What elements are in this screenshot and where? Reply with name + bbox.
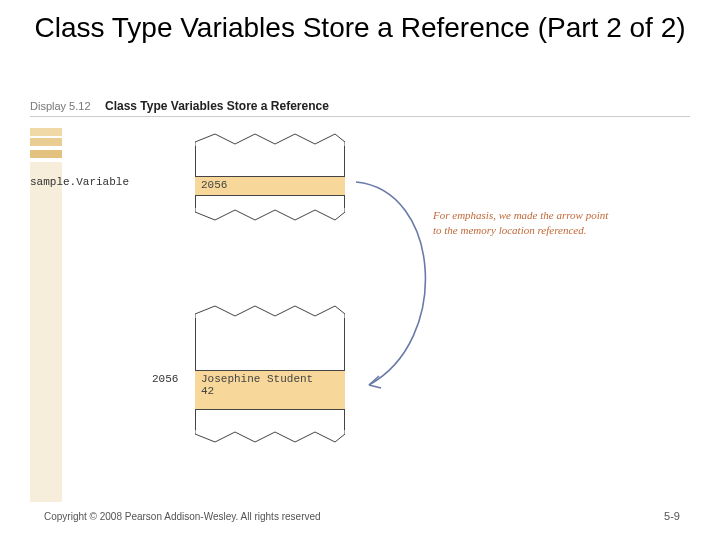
object-line2: 42 [201, 385, 214, 397]
display-number: Display 5.12 [30, 100, 91, 112]
memory-block-object: Josephine Student 42 [195, 304, 345, 444]
memory-block-variable: 2056 [195, 132, 345, 222]
display-bar: Display 5.12 Class Type Variables Store … [30, 96, 690, 114]
annotation-text: For emphasis, we made the arrow point to… [433, 208, 613, 238]
reference-arrow-icon [351, 160, 471, 400]
divider [30, 116, 690, 117]
torn-edge-icon [195, 430, 345, 444]
display-caption: Class Type Variables Store a Reference [105, 99, 329, 113]
object-cell: Josephine Student 42 [195, 370, 345, 410]
reference-value: 2056 [201, 179, 227, 191]
torn-edge-icon [195, 304, 345, 318]
object-line1: Josephine Student [201, 373, 313, 385]
copyright-text: Copyright © 2008 Pearson Addison-Wesley.… [44, 511, 321, 522]
torn-edge-icon [195, 132, 345, 146]
variable-label: sample.Variable [30, 176, 129, 188]
page-number: 5-9 [664, 510, 680, 522]
memory-address-label: 2056 [152, 373, 178, 385]
memory-diagram: sample.Variable 2056 2056 Josephine Stud… [75, 128, 635, 483]
page-title: Class Type Variables Store a Reference (… [30, 12, 690, 44]
torn-edge-icon [195, 208, 345, 222]
reference-cell: 2056 [195, 176, 345, 196]
slide: Class Type Variables Store a Reference (… [0, 0, 720, 540]
